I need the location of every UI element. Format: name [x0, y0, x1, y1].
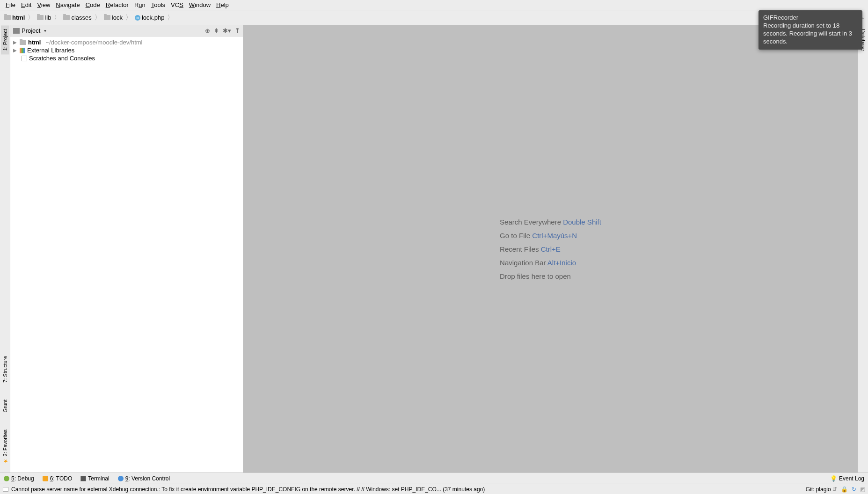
navigation-bar: html 〉 lib 〉 classes 〉 lock 〉 clock.php … [0, 10, 868, 25]
scratch-icon [22, 56, 27, 61]
notification-popup[interactable]: GIFRecorder Recording duration set to 18… [759, 10, 862, 50]
menu-run[interactable]: Run [131, 0, 148, 9]
project-panel-header: Project ▾ ⊕ ⇞ ✱▾ ⤒ [10, 25, 243, 36]
menu-refactor[interactable]: Refactor [103, 0, 131, 9]
hint-drop-files: Drop files here to open [500, 272, 601, 280]
expand-arrow-icon[interactable]: ▶ [13, 40, 18, 45]
folder-icon [4, 15, 11, 20]
project-panel-title: Project [22, 27, 40, 34]
lock-icon[interactable]: 🔒 [841, 486, 848, 493]
library-icon [20, 48, 25, 53]
project-tree: ▶ html ~/docker-compose/moodle-dev/html … [10, 36, 243, 472]
terminal-tool-tab[interactable]: Terminal [80, 475, 109, 482]
gear-icon[interactable]: ✱▾ [223, 27, 231, 34]
notification-body: Recording duration set to 18 seconds. Re… [763, 22, 858, 46]
breadcrumb: html 〉 lib 〉 classes 〉 lock 〉 clock.php … [3, 13, 174, 22]
tool-window-toggle-icon[interactable] [3, 487, 8, 492]
breadcrumb-separator: 〉 [95, 14, 101, 22]
folder-icon [20, 40, 26, 45]
menu-window[interactable]: Window [186, 0, 213, 9]
tree-item-path: ~/docker-compose/moodle-dev/html [45, 39, 142, 46]
menu-code[interactable]: Code [83, 0, 103, 9]
tree-item-html[interactable]: ▶ html ~/docker-compose/moodle-dev/html [10, 38, 243, 46]
right-tool-gutter: Database [858, 25, 868, 472]
event-log-icon: 💡 [830, 475, 837, 482]
debug-icon [4, 476, 9, 481]
left-tool-gutter: 1: Project 7: Structure Grunt ★2: Favori… [0, 25, 10, 472]
hint-search-everywhere: Search Everywhere Double Shift [500, 218, 601, 226]
todo-tool-tab[interactable]: 6: TODO [43, 475, 73, 482]
git-branch-widget[interactable]: Git: plagio ⇵ [806, 486, 837, 493]
project-view-icon [13, 28, 20, 34]
structure-tool-tab[interactable]: 7: Structure [1, 352, 9, 386]
project-view-dropdown[interactable]: ▾ [44, 28, 46, 33]
folder-icon [37, 15, 44, 20]
folder-icon [63, 15, 70, 20]
menubar: File Edit View Navigate Code Refactor Ru… [0, 0, 868, 10]
breadcrumb-item[interactable]: clock.php [133, 13, 166, 22]
vcs-icon [118, 476, 124, 481]
status-message: Cannot parse server name for external Xd… [11, 486, 485, 493]
debug-tool-tab[interactable]: 5: Debug [4, 475, 34, 482]
tree-item-external-libraries[interactable]: ▶ External Libraries [10, 46, 243, 54]
favorites-tool-tab[interactable]: ★2: Favorites [0, 426, 9, 468]
hint-goto-file: Go to File Ctrl+Mayús+N [500, 232, 601, 240]
memory-indicator-icon[interactable]: ◩ [860, 486, 865, 493]
menu-vcs[interactable]: VCS [168, 0, 186, 9]
todo-icon [43, 476, 48, 481]
terminal-icon [80, 476, 86, 481]
php-file-icon: c [135, 15, 140, 21]
menu-view[interactable]: View [34, 0, 53, 9]
breadcrumb-separator: 〉 [167, 14, 174, 22]
expand-arrow-icon[interactable]: ▶ [13, 48, 18, 53]
event-log-tab[interactable]: Event Log [839, 475, 864, 482]
breadcrumb-item[interactable]: lib [36, 13, 52, 22]
sync-icon[interactable]: ↻ [852, 486, 856, 493]
hide-icon[interactable]: ⤒ [235, 27, 240, 34]
collapse-icon[interactable]: ⇞ [214, 27, 219, 34]
breadcrumb-separator: 〉 [125, 14, 132, 22]
folder-icon [104, 15, 110, 20]
project-tool-tab[interactable]: 1: Project [1, 25, 9, 54]
menu-file[interactable]: File [3, 0, 18, 9]
hint-navigation-bar: Navigation Bar Alt+Inicio [500, 259, 601, 267]
locate-icon[interactable]: ⊕ [205, 27, 210, 34]
workspace: 1: Project 7: Structure Grunt ★2: Favori… [0, 25, 868, 472]
menu-navigate[interactable]: Navigate [53, 0, 82, 9]
grunt-tool-tab[interactable]: Grunt [1, 396, 9, 416]
version-control-tool-tab[interactable]: 9: Version Control [118, 475, 170, 482]
bottom-tool-bar: 5: Debug 6: TODO Terminal 9: Version Con… [0, 472, 868, 484]
menu-tools[interactable]: Tools [148, 0, 168, 9]
tree-item-scratches[interactable]: Scratches and Consoles [10, 54, 243, 62]
breadcrumb-item[interactable]: html [3, 13, 26, 22]
breadcrumb-separator: 〉 [54, 14, 60, 22]
project-panel: Project ▾ ⊕ ⇞ ✱▾ ⤒ ▶ html ~/docker-compo… [10, 25, 243, 472]
menu-help[interactable]: Help [213, 0, 232, 9]
breadcrumb-item[interactable]: lock [102, 13, 124, 22]
breadcrumb-separator: 〉 [28, 14, 34, 22]
notification-title: GIFRecorder [763, 14, 858, 21]
status-bar: Cannot parse server name for external Xd… [0, 484, 868, 494]
breadcrumb-item[interactable]: classes [62, 13, 93, 22]
editor-empty-area[interactable]: Search Everywhere Double Shift Go to Fil… [243, 25, 858, 472]
menu-edit[interactable]: Edit [18, 0, 34, 9]
hint-recent-files: Recent Files Ctrl+E [500, 245, 601, 253]
editor-hints: Search Everywhere Double Shift Go to Fil… [500, 212, 601, 286]
